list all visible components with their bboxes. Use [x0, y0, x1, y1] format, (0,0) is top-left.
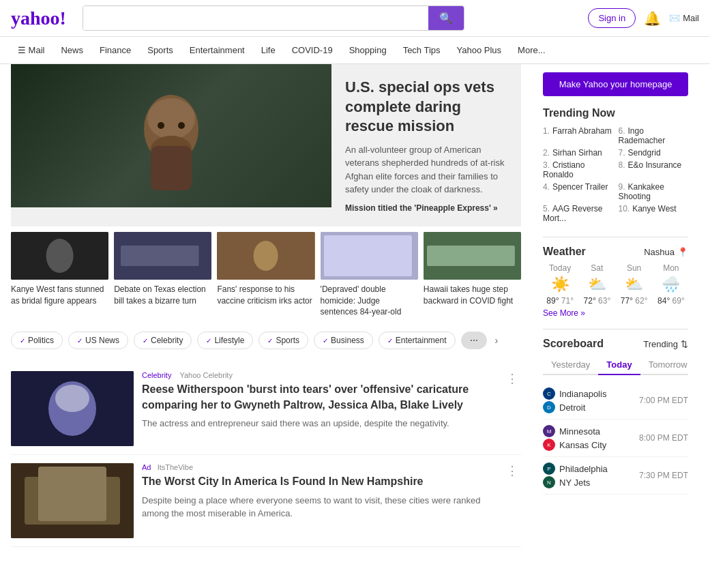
mail-header-link[interactable]: ✉️ Mail [669, 13, 699, 23]
thumb-caption-5: Hawaii takes huge step backward in COVID… [424, 284, 521, 307]
weather-day-name-sun: Sun [617, 263, 651, 273]
news-item-2: Ad ItsTheVibe The Worst City In America … [11, 455, 521, 547]
trending-item-7[interactable]: 7.Sendgrid [619, 148, 689, 158]
tag-more[interactable]: ⋯ [461, 332, 487, 349]
trending-item-3[interactable]: 3.Cristiano Ronaldo [543, 160, 613, 179]
weather-icon-sat: ⛅ [580, 276, 614, 293]
trending-item-10[interactable]: 10.Kanye West [619, 204, 689, 223]
news-menu-1[interactable]: ⋮ [503, 371, 521, 446]
scoreboard-title: Scoreboard [543, 338, 604, 350]
weather-days: Today ☀️ 89° 71° Sat ⛅ 72° 63° Sun ⛅ 77°… [543, 263, 688, 306]
game-item-1: C Indianapolis D Detroit 7:00 PM EDT [543, 382, 688, 420]
thumb-item-1[interactable]: Kanye West fans stunned as bridal figure… [11, 232, 108, 318]
bell-icon[interactable]: 🔔 [644, 10, 661, 27]
hero-headline[interactable]: U.S. special ops vets complete daring re… [345, 78, 507, 136]
main-content: U.S. special ops vets complete daring re… [0, 64, 532, 547]
weather-temp-mon: 84° 69° [654, 296, 688, 306]
thumb-item-3[interactable]: Fans' response to his vaccine criticism … [217, 232, 314, 318]
tag-label-sports: Sports [276, 336, 299, 345]
thumb-img-5 [424, 232, 521, 280]
nav-item-finance[interactable]: Finance [93, 41, 138, 59]
search-button[interactable]: 🔍 [428, 6, 464, 30]
game-2-time: 8:00 PM EDT [639, 433, 688, 443]
day-tab-yesterday[interactable]: Yesterday [543, 355, 598, 375]
game-3-team1-name: Philadelphia [559, 464, 608, 474]
hero-face-svg [130, 81, 212, 190]
mail-label: Mail [683, 13, 699, 23]
header: yahoo! 🔍 Sign in 🔔 ✉️ Mail [0, 0, 710, 37]
nav-item-shopping[interactable]: Shopping [342, 41, 394, 59]
trending-item-5[interactable]: 5.AAG Reverse Mort... [543, 204, 613, 223]
weather-header: Weather Nashua 📍 [543, 246, 688, 258]
game-3-teams: P Philadelphia N NY Jets [543, 461, 634, 490]
weather-location[interactable]: Nashua 📍 [644, 247, 688, 257]
svg-point-1 [147, 98, 195, 139]
thumb-img-2 [114, 232, 211, 280]
tag-business[interactable]: ✓Business [314, 332, 373, 349]
day-tab-today[interactable]: Today [598, 355, 640, 375]
nav-item-yahooplus[interactable]: Yahoo Plus [450, 41, 509, 59]
thumb-item-5[interactable]: Hawaii takes huge step backward in COVID… [424, 232, 521, 318]
news-item-1: Celebrity Yahoo Celebrity Reese Withersp… [11, 363, 521, 455]
nav-item-news[interactable]: News [54, 41, 90, 59]
weather-temp-sun: 77° 62° [617, 296, 651, 306]
nav-item-mail[interactable]: ☰ Mail [11, 41, 51, 59]
trending-item-2[interactable]: 2.Sirhan Sirhan [543, 148, 613, 158]
trending-item-9[interactable]: 9.Kankakee Shooting [619, 182, 689, 201]
yahoo-logo[interactable]: yahoo! [11, 8, 66, 29]
sign-in-button[interactable]: Sign in [588, 8, 636, 28]
tag-entertainment[interactable]: ✓Entertainment [379, 332, 456, 349]
tag-lifestyle[interactable]: ✓Lifestyle [197, 332, 253, 349]
tag-usnews[interactable]: ✓US News [68, 332, 128, 349]
trending-item-8[interactable]: 8.E&o Insurance [619, 160, 689, 179]
tag-label-usnews: US News [85, 336, 119, 345]
trending-item-1[interactable]: 1.Farrah Abraham [543, 126, 613, 145]
nav-item-entertainment[interactable]: Entertainment [183, 41, 252, 59]
weather-day-sat: Sat ⛅ 72° 63° [580, 263, 614, 306]
nav-item-more[interactable]: More... [511, 41, 552, 59]
trending-title: Trending Now [543, 107, 688, 119]
game-2-team1: M Minnesota [543, 425, 634, 437]
svg-rect-3 [151, 146, 192, 190]
news-source-2: Ad ItsTheVibe [142, 463, 495, 471]
tag-sports[interactable]: ✓Sports [258, 332, 308, 349]
hero-link[interactable]: Mission titied the 'Pineapple Express' » [345, 203, 507, 213]
nav-item-covid[interactable]: COVID-19 [285, 41, 340, 59]
weather-day-name-sat: Sat [580, 263, 614, 273]
nav-item-life[interactable]: Life [254, 41, 282, 59]
search-input[interactable] [83, 6, 428, 30]
tag-politics[interactable]: ✓Politics [11, 332, 63, 349]
svg-rect-21 [38, 467, 106, 521]
news-headline-2[interactable]: The Worst City In America Is Found In Ne… [142, 474, 495, 489]
scoreboard-trending-button[interactable]: Trending ⇅ [643, 339, 688, 349]
tag-celebrity[interactable]: ✓Celebrity [134, 332, 192, 349]
thumb-img-3 [217, 232, 314, 280]
thumb-svg-4 [321, 232, 418, 280]
filter-tags-row: ✓Politics ✓US News ✓Celebrity ✓Lifestyle… [11, 326, 521, 355]
trending-num-3: 3. [543, 160, 550, 170]
weather-icon-today: ☀️ [543, 276, 577, 293]
weather-see-more-link[interactable]: See More » [543, 308, 688, 318]
nav-item-techtips[interactable]: Tech Tips [396, 41, 447, 59]
min-logo: M [543, 425, 555, 437]
news-category-1[interactable]: Celebrity [142, 371, 171, 379]
main-layout: U.S. special ops vets complete daring re… [0, 64, 710, 547]
tag-check-celebrity: ✓ [143, 337, 148, 344]
game-1-teams: C Indianapolis D Detroit [543, 386, 634, 415]
tag-scroll-right-icon[interactable]: › [492, 332, 501, 349]
thumb-item-4[interactable]: 'Depraved' double homicide: Judge senten… [321, 232, 418, 318]
game-3-team1: P Philadelphia [543, 462, 634, 475]
tag-label-entertainment: Entertainment [396, 336, 447, 345]
weather-title: Weather [543, 246, 586, 258]
thumb-caption-1: Kanye West fans stunned as bridal figure… [11, 284, 108, 307]
news-headline-1[interactable]: Reese Witherspoon 'burst into tears' ove… [142, 382, 495, 413]
make-yahoo-button[interactable]: Make Yahoo your homepage [543, 72, 688, 96]
day-tab-tomorrow[interactable]: Tomorrow [640, 355, 696, 375]
tag-label-celebrity: Celebrity [151, 336, 183, 345]
news-thumb-svg-1 [11, 371, 134, 446]
nav-item-sports[interactable]: Sports [140, 41, 180, 59]
trending-item-4[interactable]: 4.Spencer Trailer [543, 182, 613, 201]
trending-item-6[interactable]: 6.Ingo Rademacher [619, 126, 689, 145]
news-menu-2[interactable]: ⋮ [503, 463, 521, 538]
thumb-item-2[interactable]: Debate on Texas election bill takes a bi… [114, 232, 211, 318]
